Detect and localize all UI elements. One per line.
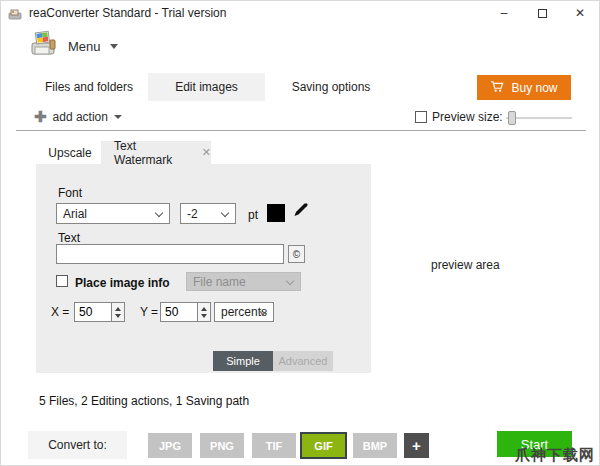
text-label: Text: [58, 231, 80, 245]
chevron-down-icon: [286, 276, 294, 284]
simple-mode-button[interactable]: Simple: [213, 351, 273, 371]
format-button-tif[interactable]: TIF: [252, 433, 296, 458]
add-action-label: add action: [53, 110, 108, 124]
preview-size-label: Preview size:: [432, 110, 503, 124]
converter-printer-icon: [29, 30, 59, 62]
spin-down-icon[interactable]: [115, 314, 121, 318]
chevron-down-icon: [114, 115, 122, 119]
eyedropper-icon[interactable]: [291, 202, 308, 222]
convert-to-label: Convert to:: [28, 431, 127, 459]
spin-up-icon[interactable]: [201, 307, 207, 311]
preview-size-checkbox[interactable]: [415, 111, 427, 123]
buy-now-button[interactable]: Buy now: [477, 75, 571, 100]
site-watermark: 爪神下载网: [515, 446, 595, 465]
chevron-down-icon: [110, 44, 118, 49]
toolbar-divider: [16, 130, 586, 131]
image-info-value: File name: [193, 275, 246, 289]
preview-area-label: preview area: [431, 258, 500, 272]
add-action-button[interactable]: ✚ add action: [34, 110, 122, 124]
format-button-bmp[interactable]: BMP: [353, 433, 397, 458]
y-input[interactable]: [160, 302, 198, 322]
main-tab-bar: Files and folders Edit images Saving opt…: [1, 73, 599, 101]
tab-files-and-folders[interactable]: Files and folders: [41, 73, 137, 101]
image-info-select: File name: [186, 272, 301, 291]
place-image-info-label: Place image info: [75, 276, 170, 290]
window-controls: – ✕: [485, 1, 599, 25]
font-family-select[interactable]: Arial: [56, 203, 170, 224]
format-button-jpg[interactable]: JPG: [148, 433, 192, 458]
font-label: Font: [58, 186, 82, 200]
x-label: X =: [51, 305, 69, 319]
units-select[interactable]: percents: [214, 302, 274, 322]
plus-icon: ✚: [34, 112, 47, 122]
tab-saving-options[interactable]: Saving options: [285, 73, 377, 101]
preview-size-control: Preview size:: [415, 110, 503, 124]
font-size-select[interactable]: -2: [180, 203, 236, 224]
menu-label: Menu: [68, 39, 101, 54]
maximize-icon: [538, 9, 547, 18]
format-button-png[interactable]: PNG: [200, 433, 244, 458]
menu-button[interactable]: Menu: [29, 31, 118, 61]
app-icon: [8, 7, 22, 19]
place-image-info-checkbox[interactable]: [56, 275, 68, 287]
font-size-value: -2: [187, 207, 198, 221]
format-button-gif[interactable]: GIF: [300, 432, 347, 459]
cart-icon: [490, 80, 504, 96]
watermark-text-input[interactable]: [56, 244, 284, 264]
font-family-value: Arial: [63, 207, 87, 221]
title-bar: reaConverter Standard - Trial version – …: [1, 1, 599, 25]
x-input[interactable]: [74, 302, 112, 322]
close-button[interactable]: ✕: [561, 1, 599, 25]
status-text: 5 Files, 2 Editing actions, 1 Saving pat…: [39, 394, 249, 408]
tab-upscale[interactable]: Upscale: [39, 141, 101, 164]
font-color-swatch[interactable]: [267, 204, 285, 222]
pt-label: pt: [248, 208, 258, 222]
advanced-mode-button[interactable]: Advanced: [273, 351, 333, 371]
add-format-button[interactable]: +: [404, 433, 429, 458]
close-tab-icon[interactable]: ✕: [202, 146, 211, 159]
app-window: reaConverter Standard - Trial version – …: [0, 0, 600, 466]
spin-up-icon[interactable]: [115, 307, 121, 311]
text-watermark-tab-label: Text Watermark: [114, 139, 186, 167]
slider-thumb[interactable]: [508, 111, 516, 125]
x-spinner[interactable]: [112, 302, 125, 322]
maximize-button[interactable]: [523, 1, 561, 25]
y-label: Y =: [140, 305, 158, 319]
chevron-down-icon: [221, 208, 229, 216]
spin-down-icon[interactable]: [201, 314, 207, 318]
chevron-down-icon: [155, 208, 163, 216]
tab-edit-images[interactable]: Edit images: [148, 73, 265, 101]
window-title: reaConverter Standard - Trial version: [29, 6, 226, 20]
buy-now-label: Buy now: [511, 81, 557, 95]
tab-text-watermark[interactable]: Text Watermark ✕: [101, 141, 211, 164]
preview-size-slider[interactable]: [506, 117, 572, 119]
y-spinner[interactable]: [198, 302, 211, 322]
text-watermark-panel: Font Arial -2 pt Text © Place image info…: [36, 164, 371, 373]
copyright-symbol-button[interactable]: ©: [288, 245, 305, 263]
minimize-button[interactable]: –: [485, 1, 523, 25]
